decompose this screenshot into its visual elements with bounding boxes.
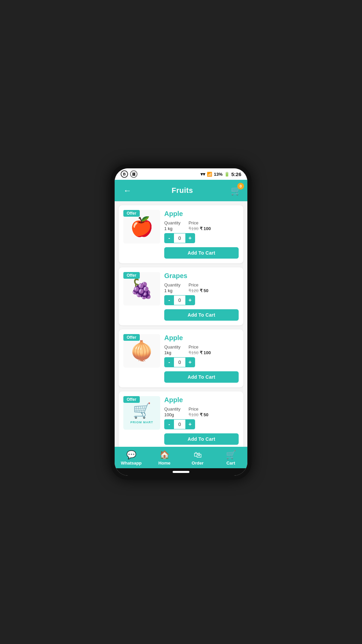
stepper-minus-4[interactable]: -: [165, 420, 174, 429]
status-right: ▾▾ 📶 13% 🔋 5:26: [200, 171, 241, 177]
price-original-3: ₹150: [188, 350, 198, 355]
status-bar: B 🖼 ▾▾ 📶 13% 🔋 5:26: [115, 168, 247, 180]
image-icon: 🖼: [130, 170, 137, 178]
offer-badge-3: Offer: [123, 334, 140, 341]
price-value-3: ₹150 ₹ 100: [188, 350, 211, 355]
add-to-cart-btn-2[interactable]: Add To Cart: [164, 309, 239, 321]
stepper-row-1: - +: [164, 233, 239, 243]
price-label-2: Price: [188, 282, 208, 287]
signal-icon: 📶: [207, 172, 212, 177]
quantity-value-2: 1 kg: [164, 288, 180, 293]
stepper-plus-2[interactable]: +: [185, 296, 195, 305]
cart-placeholder-icon: 🛒: [133, 402, 151, 419]
stepper-1: - +: [164, 233, 195, 243]
product-info-3: Apple Quantity 1kg Price ₹150 ₹ 100 -: [164, 334, 239, 383]
stepper-minus-3[interactable]: -: [165, 358, 174, 367]
product-info-4: Apple Quantity 100g Price ₹100 ₹ 50 -: [164, 396, 239, 445]
nav-item-home[interactable]: 🏠 Home: [153, 450, 176, 466]
product-card-3: Offer 🧅 Apple Quantity 1kg Price ₹150 ₹ …: [119, 329, 243, 387]
cart-count-badge: 0: [237, 183, 244, 190]
stepper-input-3[interactable]: [174, 360, 185, 365]
product-list: Offer 🍎 Apple Quantity 1 kg Price ₹190 ₹…: [115, 201, 247, 447]
stepper-plus-3[interactable]: +: [185, 358, 195, 367]
add-to-cart-btn-4[interactable]: Add To Cart: [164, 433, 239, 445]
battery-percent: 13%: [214, 172, 223, 177]
stepper-plus-4[interactable]: +: [185, 420, 195, 429]
cart-placeholder-text: PRIOM MART: [130, 421, 153, 424]
quantity-section-1: Quantity 1 kg: [164, 220, 180, 231]
quantity-label-1: Quantity: [164, 220, 180, 225]
product-image-wrap-3: Offer 🧅: [123, 334, 160, 383]
nav-label-cart: Cart: [226, 461, 235, 466]
page-header: ← Fruits 🛒 0: [115, 180, 247, 201]
home-indicator: [115, 468, 247, 476]
nav-label-whatsapp: Whatsapp: [121, 461, 141, 466]
back-button[interactable]: ←: [121, 184, 134, 197]
price-section-2: Price ₹120 ₹ 50: [188, 282, 208, 293]
stepper-plus-1[interactable]: +: [185, 233, 195, 243]
price-original-1: ₹190: [188, 226, 198, 231]
stepper-2: - +: [164, 295, 195, 305]
phone-frame: B 🖼 ▾▾ 📶 13% 🔋 5:26 ← Fruits 🛒 0: [111, 164, 251, 480]
price-original-4: ₹100: [188, 412, 198, 417]
product-image-wrap-1: Offer 🍎: [123, 210, 160, 259]
nav-item-whatsapp[interactable]: 💬 Whatsapp: [120, 450, 143, 466]
qty-price-row-2: Quantity 1 kg Price ₹120 ₹ 50: [164, 282, 239, 293]
stepper-3: - +: [164, 357, 195, 367]
stepper-input-1[interactable]: [174, 235, 185, 241]
offer-badge-2: Offer: [123, 272, 140, 279]
stepper-input-4[interactable]: [174, 422, 185, 427]
product-card-1: Offer 🍎 Apple Quantity 1 kg Price ₹190 ₹…: [119, 205, 243, 263]
quantity-label-3: Quantity: [164, 344, 180, 350]
price-offer-4: ₹ 50: [200, 412, 208, 417]
qty-price-row-1: Quantity 1 kg Price ₹190 ₹ 100: [164, 220, 239, 231]
product-name-2: Grapes: [164, 272, 239, 280]
quantity-label-4: Quantity: [164, 407, 180, 412]
price-offer-2: ₹ 50: [200, 288, 208, 293]
stepper-input-2[interactable]: [174, 298, 185, 303]
product-info-1: Apple Quantity 1 kg Price ₹190 ₹ 100 -: [164, 210, 239, 259]
add-to-cart-btn-1[interactable]: Add To Cart: [164, 247, 239, 259]
price-label-3: Price: [188, 344, 211, 350]
offer-badge-1: Offer: [123, 210, 140, 217]
nav-label-order: Order: [192, 461, 203, 466]
product-card-4: Offer 🛒 PRIOM MART Apple Quantity 100g P…: [119, 391, 243, 447]
price-label-1: Price: [188, 220, 211, 225]
stepper-row-4: - +: [164, 419, 239, 429]
quantity-value-4: 100g: [164, 412, 180, 417]
quantity-section-2: Quantity 1 kg: [164, 282, 180, 293]
price-label-4: Price: [188, 407, 208, 412]
price-section-1: Price ₹190 ₹ 100: [188, 220, 211, 231]
offer-badge-4: Offer: [123, 396, 140, 403]
quantity-value-3: 1kg: [164, 350, 180, 355]
quantity-section-3: Quantity 1kg: [164, 344, 180, 355]
price-value-1: ₹190 ₹ 100: [188, 226, 211, 231]
nav-icon-cart: 🛒: [226, 450, 236, 460]
product-name-1: Apple: [164, 210, 239, 218]
stepper-4: - +: [164, 419, 195, 429]
stepper-row-2: - +: [164, 295, 239, 305]
nav-item-order[interactable]: 🛍 Order: [186, 450, 209, 466]
wifi-icon: ▾▾: [200, 171, 205, 177]
price-value-4: ₹100 ₹ 50: [188, 412, 208, 417]
stepper-minus-1[interactable]: -: [165, 233, 174, 243]
add-to-cart-btn-3[interactable]: Add To Cart: [164, 371, 239, 383]
b-icon: B: [121, 170, 128, 178]
stepper-row-3: - +: [164, 357, 239, 367]
product-name-3: Apple: [164, 334, 239, 342]
price-original-2: ₹120: [188, 288, 198, 293]
product-image-wrap-4: Offer 🛒 PRIOM MART: [123, 396, 160, 445]
product-card-2: Offer 🍇 Grapes Quantity 1 kg Price ₹120 …: [119, 267, 243, 325]
home-pill: [173, 471, 189, 473]
price-offer-1: ₹ 100: [200, 226, 211, 231]
price-section-4: Price ₹100 ₹ 50: [188, 407, 208, 417]
header-cart-button[interactable]: 🛒 0: [231, 185, 241, 196]
phone-screen: B 🖼 ▾▾ 📶 13% 🔋 5:26 ← Fruits 🛒 0: [115, 168, 247, 476]
product-name-4: Apple: [164, 396, 239, 404]
status-left-icons: B 🖼: [121, 170, 137, 178]
nav-item-cart[interactable]: 🛒 Cart: [219, 450, 243, 466]
price-offer-3: ₹ 100: [200, 350, 211, 355]
nav-label-home: Home: [158, 461, 170, 466]
stepper-minus-2[interactable]: -: [165, 296, 174, 305]
nav-icon-whatsapp: 💬: [126, 450, 136, 460]
